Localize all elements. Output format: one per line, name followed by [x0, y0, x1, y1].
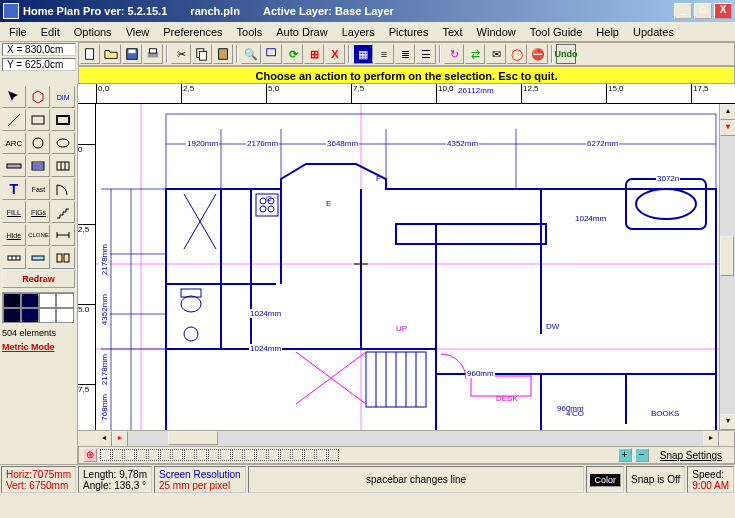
zoom-button[interactable] — [262, 44, 282, 64]
save-button[interactable] — [122, 44, 142, 64]
svg-rect-8 — [267, 49, 276, 56]
stairs-tool[interactable] — [51, 201, 75, 223]
close-button[interactable]: X — [714, 3, 732, 19]
snap-settings-button[interactable]: Snap Settings — [652, 450, 730, 461]
svg-rect-0 — [86, 49, 94, 60]
copy-button[interactable] — [192, 44, 212, 64]
panel-tool[interactable] — [51, 247, 75, 269]
snap-toggle-button[interactable]: ⊞ — [304, 44, 324, 64]
text-tool[interactable]: T — [2, 178, 26, 200]
menu-text[interactable]: Text — [435, 24, 469, 40]
stop-button[interactable]: ⛔ — [528, 44, 548, 64]
snap-plus[interactable]: + — [618, 448, 632, 462]
menu-options[interactable]: Options — [67, 24, 119, 40]
menu-updates[interactable]: Updates — [626, 24, 681, 40]
minimize-button[interactable]: _ — [674, 3, 692, 19]
scroll-marker-h[interactable]: ▸ — [112, 431, 128, 447]
title-text: Home Plan Pro ver: 5.2.15.1 ranch.pln Ac… — [23, 5, 674, 17]
snap-toggle[interactable]: ⊕ — [83, 448, 97, 462]
ellipse-tool[interactable] — [51, 132, 75, 154]
rotate-button[interactable]: ↻ — [444, 44, 464, 64]
menu-window[interactable]: Window — [470, 24, 523, 40]
snap-minus[interactable]: − — [635, 448, 649, 462]
fill-tool[interactable]: FILL — [2, 201, 26, 223]
hide-tool[interactable]: Hide — [2, 224, 26, 246]
undo-button[interactable]: Undo — [556, 44, 576, 64]
dim-tool[interactable]: DIM — [51, 86, 75, 108]
swatch-blue[interactable] — [21, 308, 39, 323]
hex-tool[interactable] — [27, 86, 51, 108]
align-left-button[interactable]: ≡ — [374, 44, 394, 64]
align-center-button[interactable]: ≣ — [395, 44, 415, 64]
menu-pictures[interactable]: Pictures — [382, 24, 436, 40]
scrollbar-horizontal[interactable]: ◂ ▸ ▸ — [78, 430, 735, 446]
scroll-down-button[interactable]: ▾ — [720, 414, 735, 430]
swatch-white3[interactable] — [39, 308, 57, 323]
scroll-thumb-h[interactable] — [168, 431, 218, 445]
rect-outline-tool[interactable] — [27, 109, 51, 131]
paste-button[interactable] — [213, 44, 233, 64]
ruler-vertical: 02,55.07,510 — [78, 104, 96, 430]
swatch-white2[interactable] — [56, 293, 74, 308]
metric-mode[interactable]: Metric Mode — [0, 340, 77, 354]
scroll-marker[interactable]: ▾ — [720, 120, 735, 136]
color-swatches[interactable] — [2, 292, 75, 324]
scroll-left-button[interactable]: ◂ — [96, 431, 112, 447]
door-tool[interactable] — [51, 178, 75, 200]
scroll-thumb-v[interactable] — [720, 236, 734, 276]
menu-layers[interactable]: Layers — [335, 24, 382, 40]
menu-toolguide[interactable]: Tool Guide — [523, 24, 590, 40]
svg-rect-61 — [396, 224, 546, 244]
maximize-button[interactable]: □ — [694, 3, 712, 19]
wall-tool[interactable] — [2, 155, 26, 177]
swatch-darkblue[interactable] — [21, 293, 39, 308]
swatch-navy[interactable] — [3, 293, 21, 308]
grid-tool[interactable] — [51, 155, 75, 177]
circle-button[interactable]: ◯ — [507, 44, 527, 64]
rect-fill-tool[interactable] — [51, 109, 75, 131]
align-right-button[interactable]: ☰ — [416, 44, 436, 64]
menu-file[interactable]: File — [2, 24, 34, 40]
element-count: 504 elements — [0, 326, 77, 340]
color-button[interactable]: Color — [589, 473, 621, 487]
circle-tool[interactable] — [27, 132, 51, 154]
mail-button[interactable]: ✉ — [486, 44, 506, 64]
status-resolution: Screen Resolution 25 mm per pixel — [154, 466, 246, 493]
figs-tool[interactable]: FIGs — [27, 201, 51, 223]
cancel-button[interactable]: X — [325, 44, 345, 64]
scroll-right-button[interactable]: ▸ — [703, 431, 719, 447]
drawing-canvas[interactable]: 1920mm2176mm3648mm4352mm6272mm2178mm4352… — [96, 104, 719, 430]
opening-tool[interactable] — [2, 247, 26, 269]
window-tool[interactable] — [27, 247, 51, 269]
menu-help[interactable]: Help — [589, 24, 626, 40]
menu-autodraw[interactable]: Auto Draw — [269, 24, 334, 40]
menu-tools[interactable]: Tools — [230, 24, 270, 40]
status-color: Color — [586, 466, 624, 493]
status-position: Horiz:7075mm Vert: 6750mm — [1, 466, 76, 493]
swatch-white[interactable] — [39, 293, 57, 308]
swatch-white4[interactable] — [56, 308, 74, 323]
open-button[interactable] — [101, 44, 121, 64]
swatch-navy2[interactable] — [3, 308, 21, 323]
scroll-corner — [719, 431, 735, 447]
refresh-button[interactable]: ⟳ — [283, 44, 303, 64]
redraw-button[interactable]: Redraw — [2, 270, 75, 288]
clone-tool[interactable]: CLONE — [27, 224, 51, 246]
select-tool[interactable] — [2, 86, 26, 108]
menu-edit[interactable]: Edit — [34, 24, 67, 40]
find-button[interactable]: 🔍 — [241, 44, 261, 64]
hatch-tool[interactable] — [27, 155, 51, 177]
flip-button[interactable]: ⇄ — [465, 44, 485, 64]
scrollbar-vertical[interactable]: ▴ ▾ ▾ — [719, 104, 735, 430]
menu-preferences[interactable]: Preferences — [156, 24, 229, 40]
line-tool[interactable] — [2, 109, 26, 131]
scroll-up-button[interactable]: ▴ — [720, 104, 735, 120]
fast-tool[interactable]: Fast — [27, 178, 51, 200]
print-button[interactable] — [143, 44, 163, 64]
arc-tool[interactable]: ARC — [2, 132, 26, 154]
cut-button[interactable]: ✂ — [171, 44, 191, 64]
menu-view[interactable]: View — [119, 24, 157, 40]
grid-button[interactable]: ▦ — [353, 44, 373, 64]
measure-tool[interactable] — [51, 224, 75, 246]
new-file-button[interactable] — [80, 44, 100, 64]
